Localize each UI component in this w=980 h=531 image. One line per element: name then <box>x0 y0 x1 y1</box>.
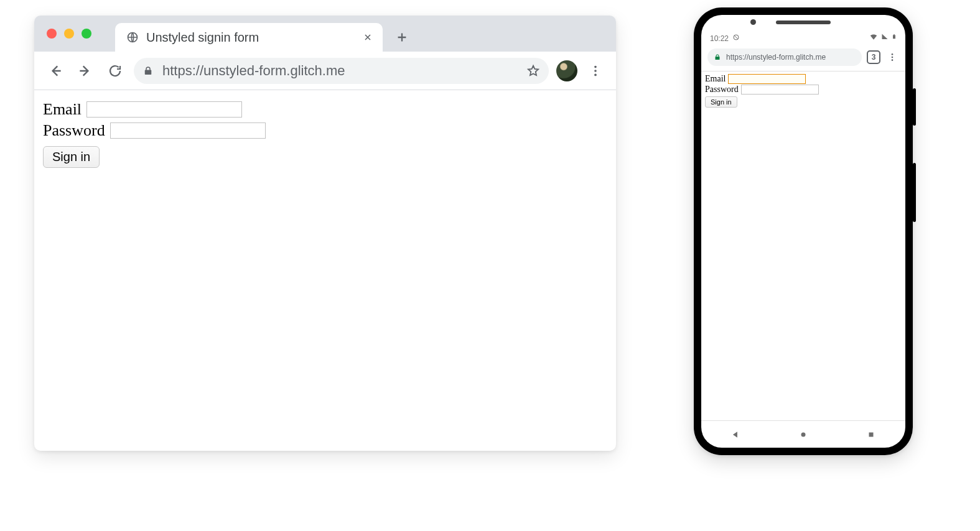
svg-point-9 <box>892 59 894 61</box>
android-back-button[interactable] <box>730 430 740 440</box>
lock-icon <box>142 65 154 76</box>
phone-screen: 10:22 ht <box>701 15 905 448</box>
window-controls <box>47 29 91 39</box>
phone-front-camera <box>750 19 756 25</box>
status-right <box>869 32 897 43</box>
mobile-password-row: Password <box>705 85 902 95</box>
phone-speaker <box>776 21 831 24</box>
android-status-bar: 10:22 <box>701 15 905 45</box>
minimize-window-button[interactable] <box>64 29 74 39</box>
mobile-page-viewport: Email Password Sign in <box>701 72 905 420</box>
clock-text: 10:22 <box>710 34 729 43</box>
fullscreen-window-button[interactable] <box>82 29 91 39</box>
mobile-url-text: https://unstyled-form.glitch.me <box>726 53 856 62</box>
mobile-browser-toolbar: https://unstyled-form.glitch.me 3 <box>701 45 905 70</box>
reload-button[interactable] <box>104 60 126 82</box>
email-row: Email <box>43 100 607 119</box>
wifi-icon <box>869 32 878 43</box>
mobile-signin-button[interactable]: Sign in <box>705 96 737 108</box>
no-entry-icon <box>732 34 740 43</box>
password-input[interactable] <box>110 122 266 139</box>
android-home-button[interactable] <box>798 430 808 440</box>
mobile-email-input[interactable] <box>728 74 806 84</box>
close-window-button[interactable] <box>47 29 57 39</box>
phone-device-frame: 10:22 ht <box>694 7 913 455</box>
new-tab-button[interactable] <box>391 27 413 48</box>
url-text: https://unstyled-form.glitch.me <box>162 63 518 79</box>
email-label: Email <box>43 100 82 119</box>
mobile-email-row: Email <box>705 74 902 84</box>
address-bar[interactable]: https://unstyled-form.glitch.me <box>134 58 549 84</box>
tab-switcher-button[interactable]: 3 <box>867 50 880 64</box>
battery-icon <box>892 32 897 43</box>
tab-strip: Unstyled signin form <box>34 16 616 52</box>
tab-count: 3 <box>872 53 876 62</box>
browser-toolbar: https://unstyled-form.glitch.me <box>34 52 616 90</box>
star-icon[interactable] <box>526 64 540 78</box>
tab-title: Unstyled signin form <box>146 30 354 45</box>
browser-menu-button[interactable] <box>585 60 606 81</box>
profile-avatar[interactable] <box>556 60 577 81</box>
svg-point-3 <box>594 73 597 76</box>
back-button[interactable] <box>44 60 67 82</box>
svg-point-8 <box>892 57 894 58</box>
email-input[interactable] <box>86 101 242 118</box>
android-overview-button[interactable] <box>866 430 876 440</box>
svg-point-10 <box>801 432 805 436</box>
svg-rect-11 <box>869 432 874 436</box>
mobile-menu-button[interactable] <box>885 50 899 64</box>
svg-point-1 <box>594 65 597 68</box>
status-left: 10:22 <box>710 34 740 43</box>
mobile-password-input[interactable] <box>741 85 819 95</box>
close-tab-button[interactable] <box>362 31 374 44</box>
browser-tab[interactable]: Unstyled signin form <box>115 23 383 52</box>
mobile-email-label: Email <box>705 74 726 84</box>
password-row: Password <box>43 121 607 140</box>
globe-icon <box>126 31 139 44</box>
mobile-password-label: Password <box>705 85 739 95</box>
forward-button[interactable] <box>74 60 96 82</box>
signal-icon <box>881 33 889 42</box>
page-viewport: Email Password Sign in <box>34 90 616 178</box>
svg-point-7 <box>892 53 894 55</box>
password-label: Password <box>43 121 105 140</box>
signin-button[interactable]: Sign in <box>43 146 100 168</box>
lock-icon <box>714 53 721 61</box>
svg-rect-5 <box>893 35 895 39</box>
svg-rect-6 <box>894 34 895 35</box>
svg-point-2 <box>594 70 597 72</box>
desktop-browser-window: Unstyled signin form <box>34 16 616 451</box>
android-nav-bar <box>701 420 905 448</box>
mobile-address-bar[interactable]: https://unstyled-form.glitch.me <box>707 48 862 66</box>
